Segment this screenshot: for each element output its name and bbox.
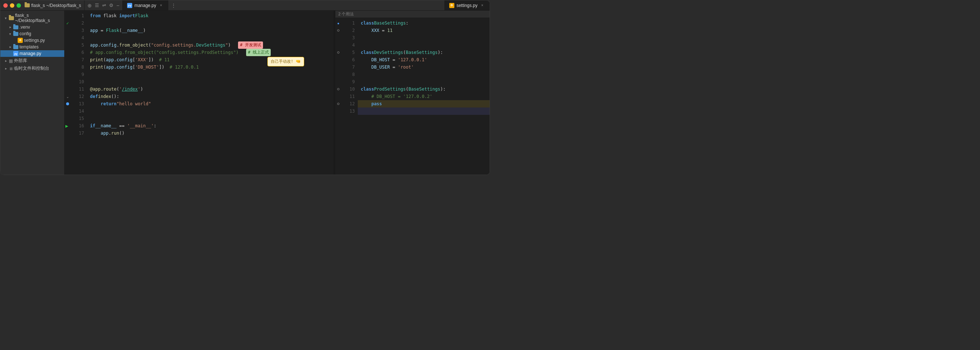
gutter-10 — [65, 78, 70, 86]
code-line-17: app.run() — [87, 130, 334, 137]
gutter-4 — [65, 34, 70, 41]
gutter-14 — [65, 108, 70, 115]
s-line-num-8: 8 — [341, 71, 355, 78]
s-gutter-6 — [336, 56, 341, 63]
chevron-venv: ▾ — [8, 25, 12, 29]
s-line-num-10: 10 — [341, 86, 355, 93]
manage-py-editor: ✓ ⌄ ▶ — [65, 11, 334, 175]
temp-files-icon: 🖥 — [9, 67, 13, 71]
s-line-num-3: 3 — [341, 34, 355, 41]
sidebar-item-manage-py[interactable]: ▾ py manage.py — [0, 50, 64, 57]
gutter-11 — [65, 86, 70, 93]
s-code-line-5: class DevSettings(BaseSettings): — [358, 49, 490, 56]
py-icon-settings: ⚙ — [18, 38, 23, 43]
line-num-10: 10 — [70, 78, 84, 86]
code-line-4 — [87, 34, 334, 41]
gutter-run-16[interactable]: ▶ — [65, 122, 69, 130]
s-gutter-12 — [336, 100, 341, 108]
settings-py-code[interactable]: class BaseSettings: XXX = 11 class DevSe… — [358, 18, 490, 175]
external-libs-icon: ▦ — [9, 59, 13, 63]
tab-settings-close[interactable]: × — [480, 3, 485, 8]
usage-info: 2 个用法 — [336, 11, 490, 18]
code-line-13: return "hello world" — [87, 100, 334, 108]
s-code-line-12: pass — [358, 100, 490, 108]
sidebar: ▾ flask_s ~/Desktop/flask_s ▾ .venv ▾ co… — [0, 11, 65, 175]
s-gutter-1: ● — [336, 19, 341, 27]
project-folder-icon — [25, 3, 30, 7]
tab-settings-py[interactable]: ⚙ settings.py × — [445, 0, 490, 10]
s-gutter-8 — [336, 71, 341, 78]
sidebar-item-flask-s[interactable]: ▾ flask_s ~/Desktop/flask_s — [0, 12, 64, 24]
project-label: flask_s ~/Desktop/flask_s — [31, 3, 81, 8]
s-gutter-7 — [336, 63, 341, 71]
sidebar-label-flask-s: flask_s ~/Desktop/flask_s — [15, 13, 64, 23]
s-code-line-7: DB_USER = 'root' — [358, 63, 490, 71]
sidebar-item-templates[interactable]: ▾ templates — [0, 44, 64, 50]
s-line-num-7: 7 — [341, 63, 355, 71]
settings-py-icon: ⚙ — [449, 3, 454, 8]
ide-window: flask_s ~/Desktop/flask_s ⊕ ☰ ⇌ ⚙ − py m… — [0, 0, 490, 175]
line-num-9: 9 — [70, 71, 84, 78]
code-line-14 — [87, 108, 334, 115]
s-gutter-13 — [336, 108, 341, 115]
add-icon[interactable]: ⊕ — [88, 3, 92, 8]
line-num-8: 8 — [70, 63, 84, 71]
split-icon[interactable]: ⇌ — [102, 3, 106, 8]
line-num-7: 7 — [70, 56, 84, 63]
s-gutter-5 — [336, 49, 341, 56]
s-gutter-10 — [336, 86, 341, 93]
folder-icon-venv — [13, 25, 18, 29]
line-num-4: 4 — [70, 34, 84, 41]
gutter-fold-12[interactable]: ⌄ — [65, 93, 70, 100]
maximize-button[interactable] — [16, 3, 21, 8]
s-line-num-1: 1 — [341, 19, 355, 27]
code-line-16: if __name__ == '__main__': — [87, 122, 334, 130]
editor-tabs: ⊕ ☰ ⇌ ⚙ − py manage.py × ⋮ — [84, 0, 444, 10]
manage-py-code[interactable]: 自己手动改! 🤜 from flask import Flask app = F… — [87, 11, 334, 175]
chevron-config: ▾ — [8, 32, 12, 36]
project-title: flask_s ~/Desktop/flask_s — [25, 3, 81, 8]
tab-manage-py[interactable]: py manage.py × — [123, 0, 168, 10]
s-code-line-1: class BaseSettings: — [358, 19, 490, 27]
minimize-button[interactable] — [10, 3, 14, 8]
s-line-num-11: 11 — [341, 93, 355, 100]
s-line-num-12: 12 — [341, 100, 355, 108]
folder-icon-flask-s — [9, 16, 14, 20]
sidebar-item-venv[interactable]: ▾ .venv — [0, 24, 64, 30]
line-num-2: 2 — [70, 19, 84, 27]
code-line-12: def index(): — [87, 93, 334, 100]
s-gutter-9 — [336, 78, 341, 86]
settings-py-gutter: ● — [336, 18, 341, 175]
folder-icon-config — [13, 32, 18, 36]
gear-icon[interactable]: ⚙ — [109, 3, 113, 8]
list-icon[interactable]: ☰ — [95, 3, 99, 8]
manage-py-content[interactable]: ✓ ⌄ ▶ — [65, 11, 334, 175]
titlebar-left: flask_s ~/Desktop/flask_s — [0, 3, 84, 8]
line-num-14: 14 — [70, 108, 84, 115]
s-line-num-4: 4 — [341, 41, 355, 49]
s-line-num-9: 9 — [341, 78, 355, 86]
sidebar-item-config[interactable]: ▾ config — [0, 30, 64, 37]
sidebar-label-external: 外部库 — [14, 58, 64, 64]
sidebar-item-external-libs[interactable]: ▾ ▦ 外部库 — [0, 57, 64, 65]
more-tabs-icon[interactable]: ⋮ — [171, 3, 176, 8]
code-line-3: app = Flask(__name__) — [87, 27, 334, 34]
minus-icon[interactable]: − — [116, 3, 119, 8]
gutter-17 — [65, 130, 70, 137]
sidebar-label-config: config — [19, 31, 64, 36]
settings-py-content[interactable]: ● — [336, 18, 490, 175]
code-line-5: app.config.from_object("config.settings.… — [87, 41, 334, 49]
s-line-num-13: 13 — [341, 108, 355, 115]
manage-py-icon: py — [127, 3, 132, 8]
close-button[interactable] — [3, 3, 8, 8]
settings-py-line-numbers: 1 2 3 4 5 6 7 8 9 10 11 12 13 — [341, 18, 358, 175]
s-code-line-6: DB_HOST = '127.0.0.1' — [358, 56, 490, 63]
sidebar-item-temp-files[interactable]: ▾ 🖥 临时文件和控制台 — [0, 65, 64, 72]
s-code-line-10: class ProdSettings(BaseSettings): — [358, 86, 490, 93]
gutter-3 — [65, 27, 70, 34]
sidebar-item-settings-py[interactable]: ▾ ⚙ settings.py — [0, 37, 64, 44]
s-code-line-3 — [358, 34, 490, 41]
line-num-3: 3 — [70, 27, 84, 34]
s-code-line-11: # DB_HOST = '127.0.0.2' — [358, 93, 490, 100]
tab-manage-close[interactable]: × — [158, 3, 164, 8]
